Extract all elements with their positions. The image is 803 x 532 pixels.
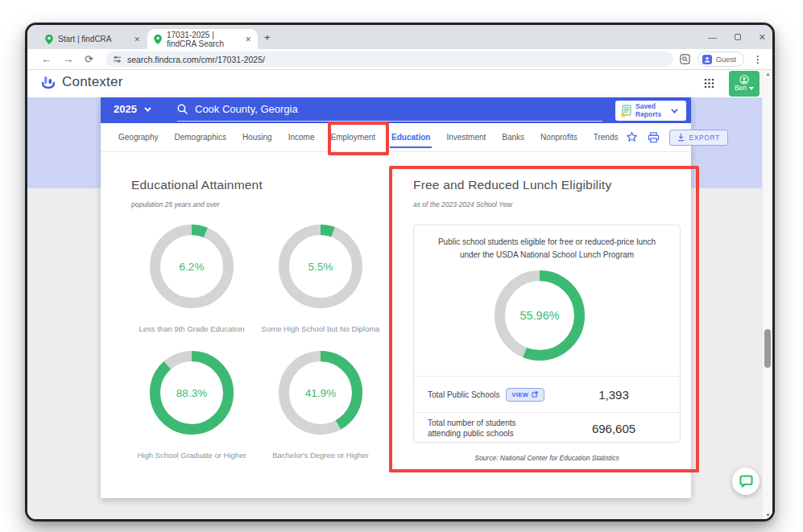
donut-caption: Bachelor's Degree or Higher xyxy=(250,451,391,460)
chevron-down-icon xyxy=(144,105,151,111)
findcra-favicon-icon xyxy=(154,35,162,44)
donut-caption: Some High School but No Diploma xyxy=(250,324,391,333)
tab-income[interactable]: Income xyxy=(280,123,323,152)
browser-menu-icon[interactable]: ⋮ xyxy=(751,54,764,65)
reload-button[interactable]: ⟳ xyxy=(79,53,99,65)
search-icon xyxy=(177,104,188,114)
row-label: Total number of students attending publi… xyxy=(428,418,548,439)
brand-logo[interactable]: Contexter xyxy=(40,74,123,90)
download-icon xyxy=(677,134,685,142)
row-label: Total Public Schools xyxy=(428,390,500,400)
tab-education[interactable]: Education xyxy=(383,123,438,152)
contexter-logo-icon xyxy=(40,74,56,90)
donut-caption: Less than 9th Grade Education xyxy=(121,324,263,333)
window-restore-button[interactable] xyxy=(735,34,741,40)
tab-housing[interactable]: Housing xyxy=(234,123,280,152)
report-card: 2025 Cook County, Georgia Saved Reports xyxy=(101,97,691,498)
guest-label: Guest xyxy=(716,55,736,64)
app-header: Contexter Ben xyxy=(27,70,772,97)
site-settings-icon[interactable] xyxy=(113,55,122,64)
tab-demographics[interactable]: Demographics xyxy=(166,123,234,152)
screenshot: Start | findCRA ✕ 17031-2025 | findCRA S… xyxy=(0,0,803,532)
scroll-down-icon[interactable]: ▼ xyxy=(763,513,772,518)
saved-reports-label: Saved Reports xyxy=(635,103,668,119)
donut-percentage: 41.9% xyxy=(279,351,362,435)
donut-percentage: 6.2% xyxy=(150,225,234,308)
guest-profile-chip[interactable]: Guest xyxy=(697,52,744,67)
brand-name: Contexter xyxy=(62,74,123,90)
donut-chart-bachelors-or-higher: 41.9% xyxy=(279,351,362,435)
page-viewport: Contexter Ben 2025 xyxy=(27,70,772,519)
saved-reports-icon xyxy=(620,105,632,118)
tab-title: Start | findCRA xyxy=(58,35,112,43)
report-nav-tabs: Geography Demographics Housing Income Em… xyxy=(101,123,691,152)
tab-trends[interactable]: Trends xyxy=(586,123,627,152)
donut-chart-hs-graduate-or-higher: 88.3% xyxy=(150,351,234,435)
scroll-up-icon[interactable]: ▲ xyxy=(763,72,772,76)
url-text: search.findcra.com/cmr/17031-2025/ xyxy=(127,55,265,64)
donut-chart-less-than-9th-grade: 6.2% xyxy=(150,225,234,308)
tab-nonprofits[interactable]: Nonprofits xyxy=(532,123,586,152)
year-selector[interactable]: 2025 xyxy=(114,103,149,115)
lunch-section-subtitle: as of the 2023-2024 School Year xyxy=(413,200,513,208)
browser-tab-strip: Start | findCRA ✕ 17031-2025 | findCRA S… xyxy=(27,25,772,49)
caret-down-icon xyxy=(749,87,754,90)
favorite-star-icon[interactable] xyxy=(626,131,638,143)
education-section-title: Educational Attainment xyxy=(131,178,263,192)
table-row-total-public-schools: Total Public Schools VIEW 1,393 xyxy=(414,376,680,412)
table-row-total-students: Total number of students attending publi… xyxy=(414,412,680,443)
view-schools-button[interactable]: VIEW xyxy=(506,388,545,402)
browser-tab-active[interactable]: 17031-2025 | findCRA Search ✕ xyxy=(147,29,258,49)
chat-widget-button[interactable] xyxy=(732,468,760,495)
tab-close-icon[interactable]: ✕ xyxy=(237,35,251,43)
row-value: 696,605 xyxy=(561,422,666,435)
window-minimize-button[interactable]: — xyxy=(708,32,717,42)
browser-toolbar: ← → ⟳ search.findcra.com/cmr/17031-2025/… xyxy=(27,49,772,70)
print-icon[interactable] xyxy=(648,132,660,143)
back-button[interactable]: ← xyxy=(35,53,57,65)
findcra-favicon-icon xyxy=(45,35,53,44)
donut-chart-lunch-eligibility: 55.96% xyxy=(495,270,585,361)
lunch-description: Public school students eligible for free… xyxy=(414,225,680,261)
export-button[interactable]: EXPORT xyxy=(669,130,727,146)
saved-reports-button[interactable]: Saved Reports xyxy=(615,101,686,121)
tab-close-icon[interactable]: ✕ xyxy=(126,35,140,43)
row-value: 1,393 xyxy=(561,388,666,402)
tab-search-icon[interactable] xyxy=(680,54,690,64)
donut-caption: High School Graduate or Higher xyxy=(121,451,263,460)
tab-banks[interactable]: Banks xyxy=(494,123,532,152)
view-label: VIEW xyxy=(512,391,529,398)
new-tab-button[interactable]: + xyxy=(264,31,271,43)
window-close-button[interactable]: ✕ xyxy=(759,32,766,43)
location-search-input[interactable]: Cook County, Georgia xyxy=(177,103,298,115)
address-bar[interactable]: search.findcra.com/cmr/17031-2025/ xyxy=(106,52,673,67)
user-menu-button[interactable]: Ben xyxy=(729,71,760,97)
tab-geography[interactable]: Geography xyxy=(110,123,166,152)
page-scrollbar[interactable]: ▲ ▼ xyxy=(762,70,772,519)
tab-title: 17031-2025 | findCRA Search xyxy=(167,31,237,48)
scrollbar-thumb[interactable] xyxy=(764,329,771,368)
report-search-bar: 2025 Cook County, Georgia Saved Reports xyxy=(101,97,691,123)
chat-bubble-icon xyxy=(739,475,753,488)
browser-window: Start | findCRA ✕ 17031-2025 | findCRA S… xyxy=(25,23,775,522)
profile-avatar-icon xyxy=(702,55,712,64)
tab-employment[interactable]: Employment xyxy=(322,123,383,152)
donut-percentage: 5.5% xyxy=(279,225,362,308)
donut-percentage: 88.3% xyxy=(150,351,234,435)
chevron-down-icon xyxy=(671,106,677,113)
apps-grid-icon[interactable] xyxy=(704,78,714,89)
donut-chart-some-high-school: 5.5% xyxy=(279,225,362,308)
tab-investment[interactable]: Investment xyxy=(438,123,494,152)
external-link-icon xyxy=(532,391,538,398)
lunch-section-title: Free and Reduced Lunch Eligibility xyxy=(413,178,611,192)
browser-tab-start[interactable]: Start | findCRA ✕ xyxy=(39,29,147,49)
search-query-text: Cook County, Georgia xyxy=(195,103,298,115)
year-value: 2025 xyxy=(114,103,137,115)
export-label: EXPORT xyxy=(689,134,719,142)
donut-percentage: 55.96% xyxy=(495,270,585,361)
page-body: 2025 Cook County, Georgia Saved Reports xyxy=(27,97,772,519)
search-underline xyxy=(177,121,602,122)
education-section-subtitle: population 25 years and over xyxy=(131,200,220,208)
forward-button[interactable]: → xyxy=(57,53,79,65)
lunch-eligibility-card: Public school students eligible for free… xyxy=(413,225,681,443)
